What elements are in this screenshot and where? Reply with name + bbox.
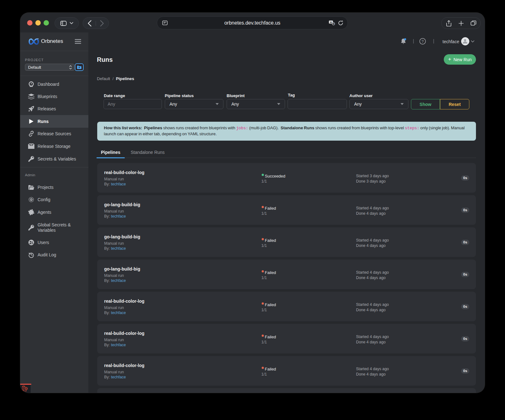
svg-text:★: ★: [332, 22, 335, 26]
svg-text:?: ?: [422, 39, 424, 44]
svg-text:A: A: [330, 21, 332, 24]
